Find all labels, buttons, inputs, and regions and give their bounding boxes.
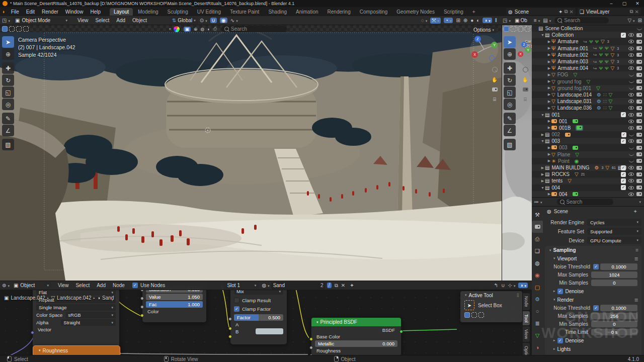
disable-render-icon[interactable] xyxy=(636,172,642,176)
outliner-row-armature-004[interactable]: ▶ΨArmature.004↪ΨΨ▽3 xyxy=(532,65,644,71)
disable-render-icon[interactable] xyxy=(636,159,642,163)
use-nodes-checkbox[interactable]: ✓ xyxy=(132,283,138,288)
editor-type-icon[interactable]: ≔▾ xyxy=(534,199,542,205)
menu-help[interactable]: Help xyxy=(87,9,104,15)
zoom-icon[interactable] xyxy=(490,64,500,74)
hide-eye-closed-icon[interactable] xyxy=(629,80,634,83)
fac-socket[interactable] xyxy=(140,305,144,309)
pin-icon[interactable]: ✦ xyxy=(350,283,354,288)
new-scene-icon[interactable]: ⧉ xyxy=(564,9,568,15)
options-button[interactable]: Options▾ xyxy=(471,27,497,33)
gizmo-toggle-icon[interactable]: ⤧▾ xyxy=(430,18,441,24)
outliner-row-plane[interactable]: ▶▽Plane▽ xyxy=(532,151,644,158)
field-dropdown[interactable]: Cycles▾ xyxy=(587,219,641,226)
sidebar-tab-tool[interactable]: Tool xyxy=(523,311,530,326)
setting-value[interactable]: 0.1000 xyxy=(600,263,637,270)
outliner-row-armature[interactable]: ▶ΨArmature↪ΨΨ▽3 xyxy=(532,38,644,45)
base-color-socket[interactable] xyxy=(309,337,313,341)
expand-arrow[interactable]: ▶ xyxy=(547,146,551,150)
viewport-menu-select[interactable]: Select xyxy=(92,18,113,23)
active-tool-header[interactable]: ▾ Active Tool ⣿ xyxy=(460,291,522,299)
shading-rendered-icon[interactable]: ◑▾ xyxy=(482,18,492,23)
select-mode-3[interactable] xyxy=(23,26,29,32)
disable-render-icon[interactable] xyxy=(636,119,642,123)
expand-arrow[interactable]: ▶ xyxy=(547,119,551,123)
workspace-tab-texture-paint[interactable]: Texture Paint xyxy=(226,8,263,16)
snap-magnet-icon[interactable]: ∪ xyxy=(501,283,505,288)
workspace-tab-rendering[interactable]: Rendering xyxy=(324,8,355,16)
xray-toggle-icon[interactable]: ⊞ xyxy=(456,18,460,23)
expand-arrow[interactable]: ▶ xyxy=(547,40,551,44)
scene-selector[interactable]: ◍ Scene ✦ ⧉ ✕ xyxy=(506,8,576,15)
properties-tab-modifiers[interactable]: ⚙ xyxy=(532,293,543,305)
disable-render-icon[interactable] xyxy=(636,33,642,37)
setting-value[interactable]: 0 s xyxy=(591,329,637,335)
disable-render-icon[interactable] xyxy=(636,93,642,97)
expand-arrow[interactable]: ▶ xyxy=(547,53,551,57)
outliner-row-armature-003[interactable]: ▶ΨArmature.003↪ΨΨ▽3 xyxy=(532,58,644,65)
bsdf-output-socket[interactable] xyxy=(399,330,403,333)
roughness-node-header[interactable]: ▾ Roughness xyxy=(33,345,120,355)
pause-render-button[interactable]: ‖ xyxy=(495,18,498,23)
expand-arrow[interactable]: ▶ xyxy=(547,73,551,77)
disable-render-icon[interactable] xyxy=(636,179,642,183)
expand-arrow[interactable]: ▶ xyxy=(547,46,551,50)
snap-target-icon[interactable]: ⊹▾ xyxy=(508,283,516,288)
gizmo-y-axis[interactable]: Y xyxy=(525,47,531,53)
outliner-row-001[interactable]: ▶001 xyxy=(532,118,644,125)
exclude-checkbox[interactable]: ✓ xyxy=(621,139,626,144)
hide-eye-icon[interactable] xyxy=(628,66,634,70)
add-cube-tool-button[interactable]: ▧ xyxy=(2,139,14,150)
setting-value[interactable]: 256 xyxy=(591,313,637,319)
hide-eye-icon[interactable] xyxy=(628,60,634,63)
outliner-search-input[interactable]: Search xyxy=(554,17,609,24)
setting-value[interactable]: 0 xyxy=(591,280,637,286)
outliner-display-mode-icon[interactable]: ≡▾ xyxy=(534,18,540,23)
expand-arrow[interactable]: ▶ xyxy=(547,86,551,90)
value-socket[interactable] xyxy=(140,297,144,300)
expand-arrow[interactable]: ▶ xyxy=(547,93,551,97)
outliner-row-armature-002[interactable]: ▶ΨArmature.002↪ΨΨ▽3 xyxy=(532,52,644,58)
principled-bsdf-node[interactable]: ▾ Principled BSDF BSDF Base Color Metall… xyxy=(311,317,401,355)
denoise-checkbox[interactable]: ✓ xyxy=(557,338,563,343)
expand-arrow[interactable]: ▶ xyxy=(547,192,551,196)
outliner-row-armature-001[interactable]: ▶ΨArmature.001↪ΨΨ▽3 xyxy=(532,45,644,52)
proportional-editing-icon[interactable]: ◉ xyxy=(220,18,227,23)
workspace-tab-layout[interactable]: Layout xyxy=(110,8,133,16)
outliner-row-001[interactable]: ▼▤001✓ xyxy=(532,111,644,118)
pan-hand-icon[interactable]: ✋ xyxy=(490,74,500,84)
pan-hand-icon[interactable]: ✋ xyxy=(520,74,530,84)
viewport-menu-view[interactable]: View xyxy=(74,18,92,23)
blender-menu-icon[interactable]: ◗ xyxy=(2,9,6,15)
shader-editor[interactable]: Flat▾ Repeat▾ Single Image▾ Color Space … xyxy=(0,281,532,355)
clamp-result-checkbox[interactable] xyxy=(234,298,239,303)
select-mode-3[interactable] xyxy=(525,26,530,32)
unlink-material-icon[interactable]: ✕ xyxy=(341,283,345,288)
transform-tool-button[interactable]: ◎ xyxy=(504,99,516,110)
properties-tab-object[interactable]: ▢ xyxy=(532,281,543,293)
properties-tab-physics[interactable]: ○ xyxy=(532,305,543,317)
hide-eye-icon[interactable] xyxy=(628,33,634,37)
overlay-toggle-c-icon[interactable]: ◍ xyxy=(201,27,205,32)
workspace-tab-modeling[interactable]: Modeling xyxy=(134,8,163,16)
shader-menu-add[interactable]: Add xyxy=(93,283,109,288)
outliner-row-landscape-036[interactable]: ▶▽Landscape.036⚙∷▽ xyxy=(532,105,644,111)
slot-dropdown[interactable]: Slot 1▾ xyxy=(224,282,259,289)
factor-slider[interactable]: Factor0.500 xyxy=(234,314,283,321)
lock-view-icon[interactable]: ⌸ xyxy=(490,95,500,105)
shader-menu-view[interactable]: View xyxy=(54,283,72,288)
measure-tool-button[interactable]: ∠ xyxy=(2,125,14,136)
snap-target-icon[interactable]: ⊙▾ xyxy=(200,18,207,23)
viewport-denoise-row[interactable]: ▸✓ Denoise xyxy=(545,287,641,296)
expand-arrow[interactable]: ▶ xyxy=(547,100,551,104)
camera-view-icon[interactable] xyxy=(520,84,530,95)
material-name-field[interactable]: Sand 2 xyxy=(271,282,326,289)
sampling-panel-header[interactable]: ▾Sampling ≡ xyxy=(545,246,641,254)
outliner-row-landscape-014[interactable]: ▶▽Landscape.014⚙∷▽ xyxy=(532,92,644,98)
fac-slider[interactable]: Fac1.000 xyxy=(146,301,203,308)
hide-eye-icon[interactable] xyxy=(628,166,634,169)
image-texture-node[interactable]: Flat▾ Repeat▾ Single Image▾ Color Space … xyxy=(33,281,119,355)
shading-material-icon[interactable]: ◐ xyxy=(476,18,479,23)
gizmo-z-axis[interactable]: 2 xyxy=(521,42,527,47)
move-tool-button[interactable]: ✚ xyxy=(504,62,516,74)
